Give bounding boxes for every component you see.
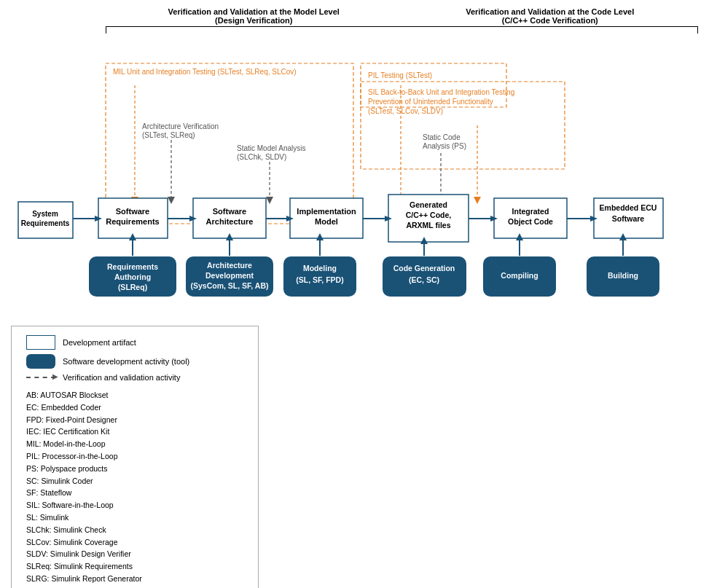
svg-text:Object Code: Object Code [508, 217, 553, 226]
legend-item-blue: Software development activity (tool) [26, 354, 243, 369]
svg-text:Modeling: Modeling [303, 264, 337, 273]
svg-text:(EC, SC): (EC, SC) [409, 275, 439, 284]
abbrev-item: MIL: Model-in-the-Loop [26, 438, 243, 450]
svg-text:(SL, SF, FPD): (SL, SF, FPD) [296, 275, 343, 284]
left-brace [106, 26, 402, 34]
legend-blue-symbol [26, 354, 55, 369]
svg-marker-16 [266, 197, 273, 204]
main-container: Verification and Validation at the Model… [0, 0, 709, 588]
mil-label: MIL Unit and Integration Testing (SLTest… [113, 68, 297, 76]
abbrev-item: SC: Simulink Coder [26, 475, 243, 487]
svg-text:Software: Software [612, 214, 645, 223]
svg-text:C/C++ Code,: C/C++ Code, [406, 211, 452, 219]
svg-text:Prevention of Unintended Funct: Prevention of Unintended Functionality [368, 98, 493, 106]
abbrev-item: SLCov: Simulink Coverage [26, 536, 243, 549]
svg-text:SIL Back-to-Back Unit and Inte: SIL Back-to-Back Unit and Integration Te… [368, 88, 514, 96]
abbrev-item: PIL: Processor-in-the-Loop [26, 450, 243, 463]
svg-text:Development: Development [205, 271, 254, 280]
abbrev-item: AB: AUTOSAR Blockset [26, 389, 243, 401]
svg-text:Model: Model [315, 217, 338, 226]
svg-text:Architecture: Architecture [207, 261, 252, 270]
svg-text:Compiling: Compiling [501, 271, 538, 280]
abbrev-item: SF: Stateflow [26, 487, 243, 499]
right-brace [402, 26, 699, 34]
left-header-line1: Verification and Validation at the Model… [106, 7, 402, 16]
diagram-area: MIL Unit and Integration Testing (SLTest… [11, 38, 703, 322]
svg-text:System: System [32, 210, 58, 218]
abbrev-item: EC: Embedded Coder [26, 401, 243, 414]
svg-text:Embedded ECU: Embedded ECU [600, 203, 657, 212]
svg-text:Static Code: Static Code [423, 133, 461, 141]
abbrev-item: SLRG: Simulink Report Generator [26, 573, 243, 585]
svg-text:Static Model Analysis: Static Model Analysis [237, 144, 306, 152]
svg-text:Authoring: Authoring [114, 273, 151, 281]
legend-item-dashed: Verification and validation activity [26, 373, 243, 382]
legend-blue-label: Software development activity (tool) [63, 357, 189, 366]
legend-item-rect: Development artifact [26, 335, 243, 350]
abbrev-list: AB: AUTOSAR BlocksetEC: Embedded CoderFP… [26, 389, 243, 588]
legend-dashed-symbol [26, 377, 55, 378]
legend-rect-label: Development artifact [63, 338, 136, 347]
legend-dashed-label: Verification and validation activity [63, 373, 180, 382]
legend-rect-symbol [26, 335, 55, 350]
svg-text:Software: Software [213, 207, 246, 216]
abbrev-item: SIL: Software-in-the-Loop [26, 499, 243, 511]
svg-text:Requirements: Requirements [106, 217, 159, 226]
left-header-line2: (Design Verification) [106, 16, 402, 25]
svg-text:Architecture: Architecture [206, 217, 254, 226]
svg-text:Code Generation: Code Generation [393, 264, 455, 273]
svg-text:Building: Building [608, 271, 638, 280]
svg-text:(SysCom, SL, SF, AB): (SysCom, SL, SF, AB) [191, 281, 269, 290]
abbrev-item: FPD: Fixed-Point Designer [26, 414, 243, 426]
abbrev-item: PS: Polyspace products [26, 463, 243, 475]
abbrev-item: SLTest: Simulink Test [26, 585, 243, 588]
svg-text:(SLTest, SLCov, SLDV): (SLTest, SLCov, SLDV) [368, 107, 443, 115]
right-header-line1: Verification and Validation at the Code … [402, 7, 699, 16]
diagram-svg: MIL Unit and Integration Testing (SLTest… [11, 38, 703, 322]
svg-text:Software: Software [116, 207, 149, 216]
svg-text:(SLReq): (SLReq) [118, 283, 147, 291]
abbrev-item: SLChk: Simulink Check [26, 524, 243, 536]
right-header: Verification and Validation at the Code … [402, 7, 699, 25]
svg-text:ARXML files: ARXML files [406, 221, 450, 230]
legend-box: Development artifact Software developmen… [11, 326, 259, 588]
svg-text:Architecture Verification: Architecture Verification [142, 122, 219, 130]
svg-marker-22 [474, 197, 481, 204]
abbrev-item: IEC: IEC Certification Kit [26, 426, 243, 438]
svg-text:Requirements: Requirements [107, 262, 158, 271]
svg-text:Implementation: Implementation [297, 207, 356, 216]
svg-text:Requirements: Requirements [21, 219, 70, 227]
svg-text:Analysis (PS): Analysis (PS) [423, 142, 466, 150]
right-header-line2: (C/C++ Code Verification) [402, 16, 699, 25]
svg-text:(SLTest, SLReq): (SLTest, SLReq) [142, 131, 195, 139]
svg-marker-14 [168, 197, 175, 204]
svg-text:Generated: Generated [410, 200, 447, 209]
left-header: Verification and Validation at the Model… [106, 7, 402, 25]
svg-text:(SLChk, SLDV): (SLChk, SLDV) [237, 153, 286, 161]
svg-text:PIL Testing (SLTest): PIL Testing (SLTest) [368, 71, 432, 79]
abbrev-item: SL: Simulink [26, 511, 243, 524]
abbrev-item: SLReq: Simulink Requirements [26, 560, 243, 573]
abbrev-item: SLDV: Simulink Design Verifier [26, 548, 243, 560]
svg-text:Integrated: Integrated [512, 207, 549, 216]
